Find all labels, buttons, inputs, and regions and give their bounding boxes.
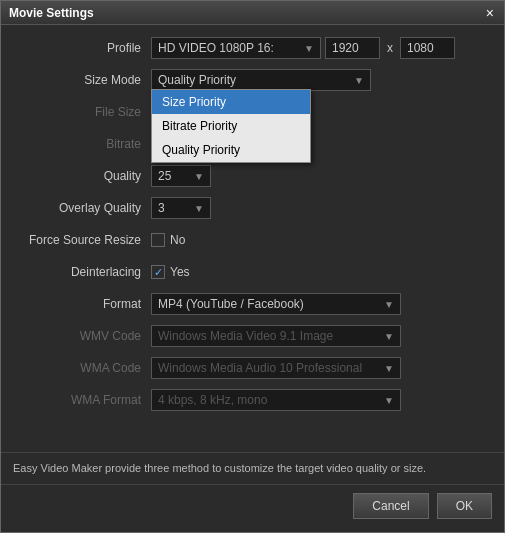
cancel-button[interactable]: Cancel bbox=[353, 493, 428, 519]
content-area: Profile HD VIDEO 1080P 16: ▼ 1920 x 1080… bbox=[1, 25, 504, 532]
dropdown-option-size-priority[interactable]: Size Priority bbox=[152, 90, 310, 114]
format-label: Format bbox=[11, 297, 151, 311]
wmv-code-value: Windows Media Video 9.1 Image bbox=[158, 329, 333, 343]
wma-code-dropdown: Windows Media Audio 10 Professional ▼ bbox=[151, 357, 401, 379]
quality-row: Quality 25 ▼ bbox=[11, 163, 494, 189]
dimension-separator: x bbox=[387, 41, 393, 55]
format-dropdown[interactable]: MP4 (YouTube / Facebook) ▼ bbox=[151, 293, 401, 315]
force-source-resize-control: No bbox=[151, 233, 185, 247]
size-mode-dropdown[interactable]: Quality Priority ▼ bbox=[151, 69, 371, 91]
height-input[interactable]: 1080 bbox=[400, 37, 455, 59]
quality-dropdown[interactable]: 25 ▼ bbox=[151, 165, 211, 187]
width-input[interactable]: 1920 bbox=[325, 37, 380, 59]
format-arrow-icon: ▼ bbox=[384, 299, 394, 310]
wma-code-value: Windows Media Audio 10 Professional bbox=[158, 361, 362, 375]
deinterlacing-checkbox[interactable]: ✓ bbox=[151, 265, 165, 279]
ok-button[interactable]: OK bbox=[437, 493, 492, 519]
quality-arrow-icon: ▼ bbox=[194, 171, 204, 182]
wma-format-label: WMA Format bbox=[11, 393, 151, 407]
close-button[interactable]: × bbox=[484, 5, 496, 21]
wma-format-arrow-icon: ▼ bbox=[384, 395, 394, 406]
quality-value: 25 bbox=[158, 169, 171, 183]
overlay-quality-arrow-icon: ▼ bbox=[194, 203, 204, 214]
form-area: Profile HD VIDEO 1080P 16: ▼ 1920 x 1080… bbox=[1, 35, 504, 452]
size-mode-label: Size Mode bbox=[11, 73, 151, 87]
wma-format-value: 4 kbps, 8 kHz, mono bbox=[158, 393, 267, 407]
quality-label: Quality bbox=[11, 169, 151, 183]
wma-code-row: WMA Code Windows Media Audio 10 Professi… bbox=[11, 355, 494, 381]
wma-code-label: WMA Code bbox=[11, 361, 151, 375]
dropdown-option-bitrate-priority[interactable]: Bitrate Priority bbox=[152, 114, 310, 138]
checkmark-icon: ✓ bbox=[154, 266, 163, 279]
profile-arrow-icon: ▼ bbox=[304, 43, 314, 54]
profile-row: Profile HD VIDEO 1080P 16: ▼ 1920 x 1080 bbox=[11, 35, 494, 61]
deinterlacing-value: Yes bbox=[170, 265, 190, 279]
button-bar: Cancel OK bbox=[1, 484, 504, 527]
wma-format-row: WMA Format 4 kbps, 8 kHz, mono ▼ bbox=[11, 387, 494, 413]
title-bar: Movie Settings × bbox=[1, 1, 504, 25]
file-size-label: File Size bbox=[11, 105, 151, 119]
force-source-resize-label: Force Source Resize bbox=[11, 233, 151, 247]
overlay-quality-label: Overlay Quality bbox=[11, 201, 151, 215]
wma-format-dropdown: 4 kbps, 8 kHz, mono ▼ bbox=[151, 389, 401, 411]
force-source-resize-row: Force Source Resize No bbox=[11, 227, 494, 253]
overlay-quality-dropdown[interactable]: 3 ▼ bbox=[151, 197, 211, 219]
wmv-code-row: WMV Code Windows Media Video 9.1 Image ▼ bbox=[11, 323, 494, 349]
info-bar: Easy Video Maker provide three method to… bbox=[1, 452, 504, 484]
deinterlacing-label: Deinterlacing bbox=[11, 265, 151, 279]
size-mode-arrow-icon: ▼ bbox=[354, 75, 364, 86]
bitrate-label: Bitrate bbox=[11, 137, 151, 151]
movie-settings-window: Movie Settings × Profile HD VIDEO 1080P … bbox=[0, 0, 505, 533]
profile-value: HD VIDEO 1080P 16: bbox=[158, 41, 274, 55]
profile-controls: HD VIDEO 1080P 16: ▼ 1920 x 1080 bbox=[151, 37, 455, 59]
wma-code-arrow-icon: ▼ bbox=[384, 363, 394, 374]
info-text: Easy Video Maker provide three method to… bbox=[13, 462, 426, 474]
force-source-resize-checkbox[interactable] bbox=[151, 233, 165, 247]
size-mode-popup: Size Priority Bitrate Priority Quality P… bbox=[151, 89, 311, 163]
format-row: Format MP4 (YouTube / Facebook) ▼ bbox=[11, 291, 494, 317]
wmv-code-arrow-icon: ▼ bbox=[384, 331, 394, 342]
deinterlacing-row: Deinterlacing ✓ Yes bbox=[11, 259, 494, 285]
format-value: MP4 (YouTube / Facebook) bbox=[158, 297, 304, 311]
window-title: Movie Settings bbox=[9, 6, 94, 20]
profile-label: Profile bbox=[11, 41, 151, 55]
overlay-quality-value: 3 bbox=[158, 201, 165, 215]
profile-dropdown[interactable]: HD VIDEO 1080P 16: ▼ bbox=[151, 37, 321, 59]
wmv-code-dropdown: Windows Media Video 9.1 Image ▼ bbox=[151, 325, 401, 347]
deinterlacing-control: ✓ Yes bbox=[151, 265, 190, 279]
wmv-code-label: WMV Code bbox=[11, 329, 151, 343]
force-source-resize-value: No bbox=[170, 233, 185, 247]
dropdown-option-quality-priority[interactable]: Quality Priority bbox=[152, 138, 310, 162]
size-mode-row: Size Mode Quality Priority ▼ Size Priori… bbox=[11, 67, 494, 93]
size-mode-value: Quality Priority bbox=[158, 73, 236, 87]
overlay-quality-row: Overlay Quality 3 ▼ bbox=[11, 195, 494, 221]
